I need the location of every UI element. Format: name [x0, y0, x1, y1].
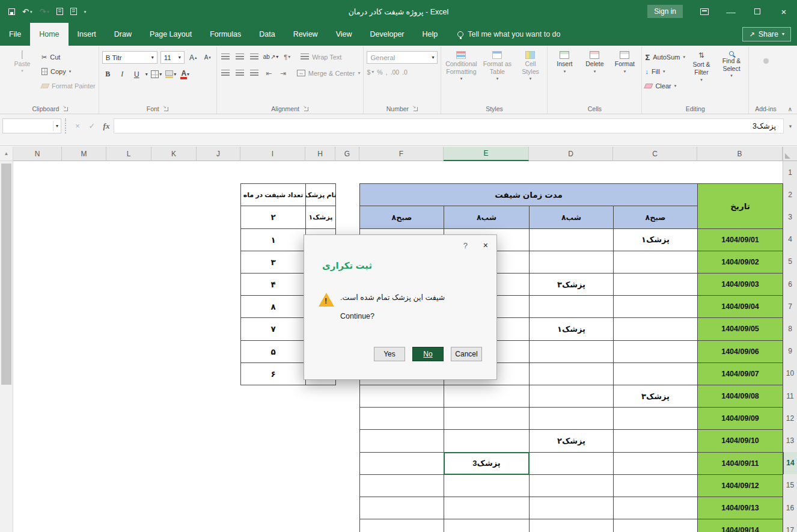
cell-B9[interactable]: 1404/09/06 — [697, 340, 783, 363]
row-header-16[interactable]: 16 — [783, 497, 797, 519]
font-name-combo[interactable]: B Titr▾ — [102, 51, 157, 64]
cell-B16[interactable]: 1404/09/13 — [697, 497, 783, 519]
alignment-dialog-launcher[interactable] — [303, 106, 309, 112]
column-header-K[interactable]: K — [151, 147, 197, 161]
cell-C14[interactable] — [613, 452, 698, 475]
cell-D14[interactable] — [529, 452, 614, 475]
vertical-scrollbar[interactable]: ▲ — [0, 147, 13, 532]
cell-B4[interactable]: 1404/09/01 — [697, 228, 783, 251]
row-header-7[interactable]: 7 — [783, 295, 797, 318]
insert-function-button[interactable]: fx — [99, 118, 114, 133]
cell-I8[interactable]: ۷ — [240, 317, 306, 340]
underline-button[interactable]: U — [131, 69, 142, 80]
cell-B10[interactable]: 1404/09/07 — [697, 362, 783, 385]
row-header-11[interactable]: 11 — [783, 385, 797, 408]
fill-button[interactable]: ↓Fill▾ — [645, 66, 685, 77]
tab-help[interactable]: Help — [414, 23, 447, 46]
accounting-format-button[interactable]: $▾ — [367, 69, 374, 76]
name-box[interactable]: ▾ — [2, 118, 61, 133]
cell-F14[interactable] — [359, 452, 444, 475]
comma-style-button[interactable]: , — [386, 69, 388, 76]
confirm-entry-button[interactable]: ✓ — [85, 118, 99, 133]
tab-page-layout[interactable]: Page Layout — [141, 23, 201, 46]
cell-B7[interactable]: 1404/09/04 — [697, 295, 783, 318]
cell-date-header[interactable]: تاریخ — [697, 183, 783, 228]
align-left-button[interactable] — [220, 67, 231, 79]
increase-indent-button[interactable]: ⇥ — [278, 67, 289, 79]
autosum-button[interactable]: ΣAutoSum▾ — [645, 52, 685, 63]
cell-B8[interactable]: 1404/09/05 — [697, 317, 783, 340]
clipboard-dialog-launcher[interactable] — [63, 106, 69, 112]
italic-button[interactable]: I — [117, 69, 128, 80]
tab-data[interactable]: Data — [250, 23, 284, 46]
formula-input[interactable]: پزشک3 — [114, 118, 784, 133]
cell-D15[interactable] — [529, 474, 614, 497]
tab-home[interactable]: Home — [30, 23, 68, 46]
ltr-paragraph-button[interactable]: ¶▾ — [281, 51, 293, 63]
yes-button[interactable]: Yes — [374, 347, 405, 361]
scrollbar-thumb[interactable] — [1, 164, 11, 385]
column-header-E[interactable]: E — [444, 147, 529, 161]
select-all-corner[interactable] — [783, 147, 797, 161]
cell-E13[interactable] — [444, 429, 530, 452]
cell-C9[interactable] — [613, 340, 698, 363]
cell-C13[interactable] — [613, 429, 698, 452]
align-top-button[interactable] — [220, 51, 231, 63]
column-header-M[interactable]: M — [62, 147, 106, 161]
dialog-close-button[interactable]: × — [483, 240, 488, 250]
cell-D4[interactable] — [529, 228, 614, 251]
cell-D12[interactable] — [529, 407, 614, 430]
decrease-indent-button[interactable]: ⇤ — [263, 67, 275, 79]
scroll-up-button[interactable]: ▲ — [0, 147, 13, 161]
row-header-8[interactable]: 8 — [783, 317, 797, 340]
orientation-button[interactable]: ab↗▾ — [263, 51, 279, 63]
cell-I4[interactable]: ۱ — [240, 228, 306, 251]
cell-C7[interactable] — [613, 295, 698, 318]
cell-B5[interactable]: 1404/09/02 — [697, 251, 783, 274]
cancel-button[interactable]: Cancel — [451, 347, 482, 361]
column-header-H[interactable]: H — [305, 147, 335, 161]
cell-C5[interactable] — [613, 251, 698, 274]
align-bottom-button[interactable] — [249, 51, 260, 63]
cell-C15[interactable] — [613, 474, 698, 497]
cell-B6[interactable]: 1404/09/03 — [697, 273, 783, 296]
cell-E3[interactable]: شب۸ — [444, 206, 530, 228]
cell-H2[interactable]: نام پزشک — [305, 183, 336, 206]
cell-E17[interactable] — [444, 519, 530, 532]
copy-button[interactable]: Copy▾ — [41, 66, 96, 77]
row-header-13[interactable]: 13 — [783, 429, 797, 452]
cell-B12[interactable]: 1404/09/09 — [697, 407, 783, 430]
cell-F3[interactable]: صبح۸ — [359, 206, 444, 228]
tab-view[interactable]: View — [327, 23, 361, 46]
close-button[interactable]: × — [771, 0, 797, 23]
row-header-3[interactable]: 3 — [783, 206, 797, 228]
format-as-table-button[interactable]: Format as Table ▾ — [480, 48, 514, 82]
minimize-button[interactable]: — — [718, 0, 744, 23]
increase-decimal-button[interactable]: .00 — [391, 69, 400, 76]
cell-D3[interactable]: شب۸ — [529, 206, 614, 228]
cell-B15[interactable]: 1404/09/12 — [697, 474, 783, 497]
qat-customize-button[interactable]: ▾ — [84, 10, 87, 14]
cell-styles-button[interactable]: Cell Styles ▾ — [516, 48, 544, 82]
cell-C6[interactable] — [613, 273, 698, 296]
decrease-font-button[interactable]: A▾ — [202, 52, 213, 63]
touch-mode-button[interactable] — [56, 8, 63, 15]
column-header-F[interactable]: F — [359, 147, 444, 161]
cell-F13[interactable] — [359, 429, 444, 452]
row-header-15[interactable]: 15 — [783, 474, 797, 497]
font-color-button[interactable]: A▾ — [180, 69, 191, 80]
cell-H3[interactable]: پزشک۱ — [305, 206, 336, 228]
cell-I9[interactable]: ۵ — [240, 340, 306, 363]
share-button[interactable]: ↗ Share ▾ — [742, 27, 791, 41]
tab-file[interactable]: File — [0, 23, 30, 46]
paste-button[interactable]: Paste ▾ — [5, 48, 39, 74]
cell-C11[interactable]: پزشک۳ — [613, 385, 698, 408]
cell-F15[interactable] — [359, 474, 444, 497]
cell-I5[interactable]: ۳ — [240, 251, 306, 274]
format-painter-button[interactable]: Format Painter — [41, 81, 96, 91]
cell-D6[interactable]: پزشک۳ — [529, 273, 614, 296]
insert-cells-button[interactable]: Insert ▾ — [551, 48, 578, 74]
delete-cells-button[interactable]: Delete ▾ — [581, 48, 608, 74]
row-header-4[interactable]: 4 — [783, 228, 797, 251]
cell-I10[interactable]: ۶ — [240, 362, 306, 385]
